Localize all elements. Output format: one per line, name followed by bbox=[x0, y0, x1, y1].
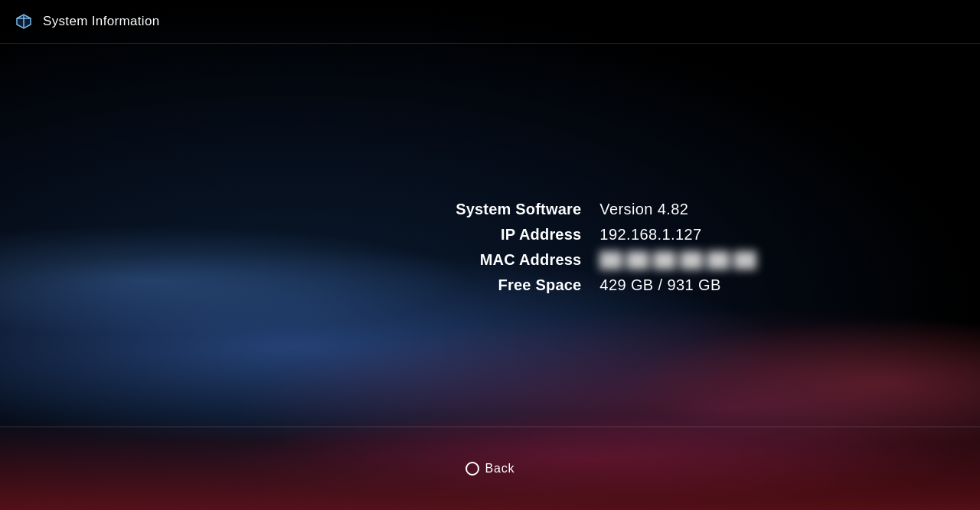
info-row: IP Address192.168.1.127 bbox=[446, 226, 756, 244]
info-value: Version 4.82 bbox=[599, 201, 688, 218]
back-button[interactable]: Back bbox=[485, 462, 515, 476]
header: System Information bbox=[0, 0, 980, 43]
info-row: MAC Address██:██:██:██:██:██ bbox=[446, 251, 756, 269]
separator-top bbox=[0, 43, 980, 44]
info-value: 429 GB / 931 GB bbox=[599, 276, 720, 294]
info-row: System SoftwareVersion 4.82 bbox=[446, 201, 756, 218]
system-icon bbox=[14, 11, 35, 32]
info-value: 192.168.1.127 bbox=[599, 226, 701, 244]
footer: Back bbox=[0, 427, 980, 510]
info-container: System SoftwareVersion 4.82IP Address192… bbox=[446, 201, 756, 302]
page-title: System Information bbox=[43, 14, 160, 29]
info-value: ██:██:██:██:██:██ bbox=[599, 251, 756, 269]
info-row: Free Space429 GB / 931 GB bbox=[446, 276, 756, 294]
info-label: MAC Address bbox=[446, 251, 599, 269]
info-label: Free Space bbox=[446, 276, 599, 294]
back-circle-icon bbox=[466, 462, 479, 476]
info-label: System Software bbox=[446, 201, 599, 218]
info-label: IP Address bbox=[446, 226, 599, 244]
